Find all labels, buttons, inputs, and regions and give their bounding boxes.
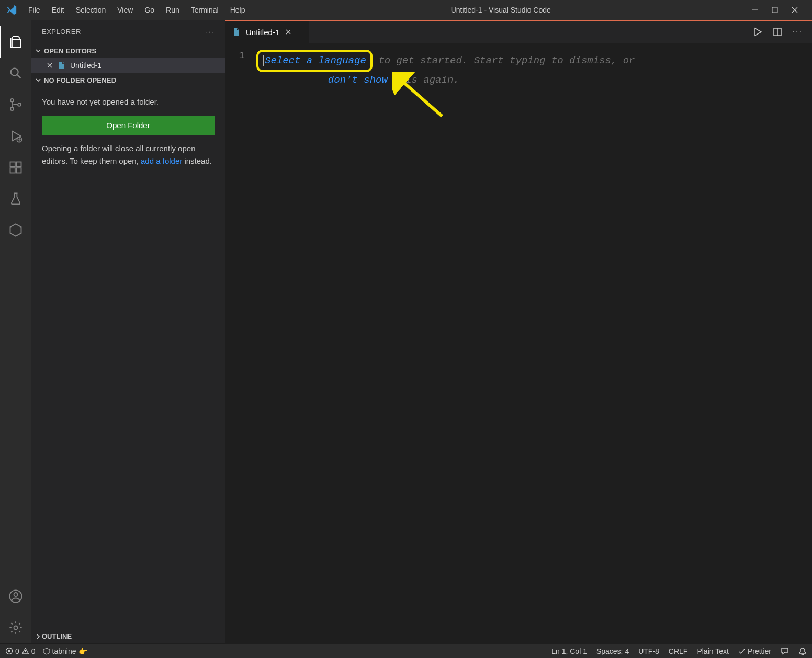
chevron-down-icon — [35, 76, 44, 84]
svg-rect-6 — [10, 162, 15, 167]
editor-actions: ··· — [743, 21, 812, 43]
file-icon — [232, 28, 241, 36]
placeholder-text-1: to get started. Start typing to dismiss,… — [373, 55, 635, 66]
close-file-icon[interactable] — [46, 62, 53, 69]
chevron-down-icon — [35, 47, 44, 54]
editor-group: Untitled-1 ··· 1 Select a — [225, 20, 812, 643]
window-title: Untitled-1 - Visual Studio Code — [250, 6, 751, 14]
indentation-status[interactable]: Spaces: 4 — [596, 647, 629, 655]
svg-point-4 — [18, 103, 21, 106]
select-language-highlight[interactable]: Select a language — [256, 50, 373, 72]
editor-body[interactable]: 1 Select a language to get started. Star… — [225, 43, 812, 643]
menu-file[interactable]: File — [23, 4, 46, 16]
svg-rect-7 — [10, 168, 15, 173]
maximize-icon[interactable] — [771, 6, 782, 14]
prettier-label: Prettier — [748, 647, 771, 655]
menu-edit[interactable]: Edit — [47, 4, 70, 16]
tabnine-hand-icon: 👉 — [78, 647, 87, 655]
svg-point-2 — [10, 99, 14, 102]
menu-selection[interactable]: Selection — [71, 4, 111, 16]
explorer-icon[interactable] — [0, 26, 31, 58]
menu-bar: File Edit Selection View Go Run Terminal… — [23, 4, 250, 16]
no-folder-label: NO FOLDER OPENED — [44, 76, 116, 84]
bell-icon[interactable] — [798, 647, 807, 655]
outline-header[interactable]: OUTLINE — [31, 629, 225, 643]
svg-rect-8 — [16, 168, 21, 173]
open-editors-label: OPEN EDITORS — [44, 47, 96, 55]
source-control-icon[interactable] — [0, 89, 31, 120]
sidebar-explorer: EXPLORER ··· OPEN EDITORS Untitled-1 NO … — [31, 20, 225, 643]
gear-icon[interactable] — [0, 612, 31, 643]
no-folder-header[interactable]: NO FOLDER OPENED — [31, 73, 225, 87]
close-icon[interactable] — [791, 6, 802, 14]
cursor-position[interactable]: Ln 1, Col 1 — [551, 647, 587, 655]
folder-hint: Opening a folder will close all currentl… — [42, 142, 215, 167]
no-folder-text: You have not yet opened a folder. — [42, 96, 215, 108]
line-number: 1 — [225, 50, 245, 61]
line-gutter: 1 — [225, 50, 256, 643]
open-folder-button[interactable]: Open Folder — [42, 116, 215, 135]
language-status[interactable]: Plain Text — [697, 647, 728, 655]
chevron-right-icon — [35, 633, 42, 640]
extensions-icon[interactable] — [0, 152, 31, 183]
account-icon[interactable] — [0, 581, 31, 612]
menu-go[interactable]: Go — [139, 4, 160, 16]
tabnine-status[interactable]: tabnine 👉 — [43, 647, 87, 655]
main-area: EXPLORER ··· OPEN EDITORS Untitled-1 NO … — [0, 20, 812, 643]
more-icon[interactable]: ··· — [793, 27, 803, 37]
encoding-status[interactable]: UTF-8 — [638, 647, 659, 655]
outline-label: OUTLINE — [42, 632, 72, 640]
file-icon — [58, 61, 66, 70]
svg-point-1 — [11, 69, 18, 76]
split-editor-icon[interactable] — [773, 27, 782, 37]
hexagon-icon[interactable] — [0, 214, 31, 246]
svg-point-12 — [14, 626, 18, 630]
menu-terminal[interactable]: Terminal — [186, 4, 224, 16]
sidebar-title: EXPLORER ··· — [31, 20, 225, 43]
select-language-link[interactable]: Select a language — [265, 55, 366, 66]
svg-rect-0 — [772, 7, 777, 13]
tabnine-label: tabnine — [52, 647, 76, 655]
minimize-icon[interactable] — [751, 6, 762, 14]
window-controls — [751, 6, 808, 14]
tab-untitled[interactable]: Untitled-1 — [225, 21, 309, 43]
placeholder-text-2: this again. — [388, 74, 459, 86]
run-icon[interactable] — [753, 27, 762, 37]
more-icon[interactable]: ··· — [206, 28, 215, 36]
explorer-label: EXPLORER — [42, 28, 81, 36]
search-icon[interactable] — [0, 58, 31, 89]
svg-point-3 — [10, 107, 14, 110]
menu-run[interactable]: Run — [161, 4, 185, 16]
tab-bar: Untitled-1 ··· — [225, 20, 812, 43]
activity-bar — [0, 20, 31, 643]
beaker-icon[interactable] — [0, 183, 31, 214]
menu-view[interactable]: View — [112, 4, 138, 16]
error-count: 0 — [15, 647, 19, 655]
svg-rect-9 — [16, 162, 21, 167]
tab-close-icon[interactable] — [285, 28, 292, 36]
text-cursor — [263, 55, 264, 66]
open-editor-filename: Untitled-1 — [70, 61, 102, 70]
open-editor-item[interactable]: Untitled-1 — [31, 58, 225, 73]
title-bar: File Edit Selection View Go Run Terminal… — [0, 0, 812, 20]
svg-point-11 — [14, 593, 18, 596]
add-folder-link[interactable]: add a folder — [141, 156, 182, 165]
no-folder-body: You have not yet opened a folder. Open F… — [31, 87, 225, 176]
problems-status[interactable]: 0 0 — [5, 647, 36, 655]
hint-suffix: instead. — [182, 156, 212, 165]
run-debug-icon[interactable] — [0, 120, 31, 152]
open-editors-header[interactable]: OPEN EDITORS — [31, 43, 225, 58]
warning-count: 0 — [31, 647, 36, 655]
eol-status[interactable]: CRLF — [669, 647, 688, 655]
prettier-status[interactable]: Prettier — [738, 647, 771, 655]
vscode-logo-icon — [4, 4, 19, 16]
feedback-icon[interactable] — [781, 647, 789, 655]
code-area[interactable]: Select a language to get started. Start … — [256, 50, 812, 643]
dont-show-link[interactable]: don't show — [328, 74, 388, 86]
tab-label: Untitled-1 — [246, 28, 279, 37]
menu-help[interactable]: Help — [225, 4, 251, 16]
status-bar: 0 0 tabnine 👉 Ln 1, Col 1 Spaces: 4 UTF-… — [0, 643, 812, 658]
